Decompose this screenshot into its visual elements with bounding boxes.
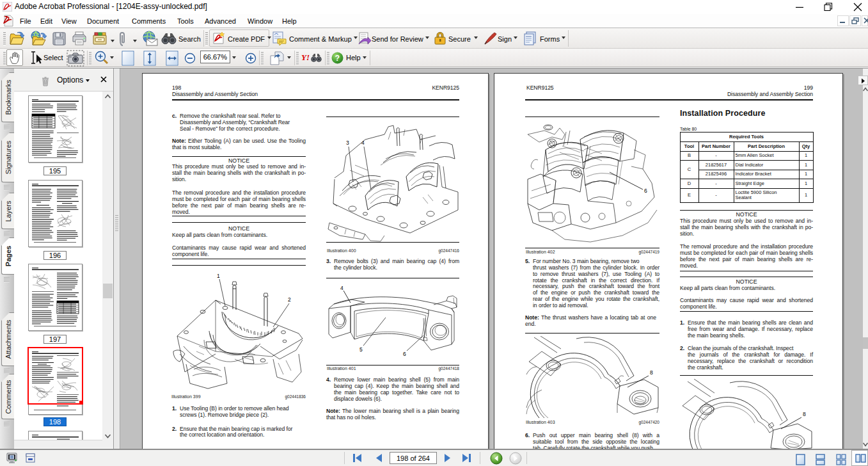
svg-text:8: 8 — [803, 411, 806, 417]
svg-text:8: 8 — [650, 369, 653, 376]
svg-text:6: 6 — [644, 188, 647, 194]
svg-text:?: ? — [335, 54, 340, 63]
svg-text:2: 2 — [288, 296, 291, 303]
svg-text:6: 6 — [403, 351, 406, 357]
svg-text:3: 3 — [346, 140, 349, 146]
svg-text:5: 5 — [359, 346, 363, 353]
svg-text:1: 1 — [217, 273, 220, 279]
svg-text:4: 4 — [340, 285, 343, 291]
